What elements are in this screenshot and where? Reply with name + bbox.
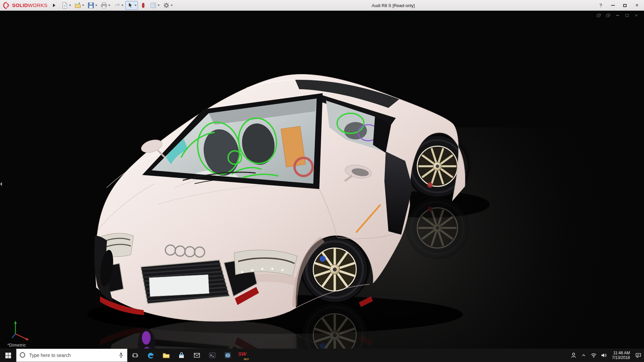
save-icon	[88, 2, 94, 9]
options-button[interactable]	[162, 1, 174, 10]
doc-new-window-button[interactable]	[596, 13, 602, 18]
desktop: SOLIDWORKS	[0, 0, 644, 362]
store-button[interactable]	[174, 349, 189, 362]
sheet-format-icon	[150, 2, 157, 9]
tile-windows-icon	[606, 14, 610, 17]
options-gear-icon	[163, 2, 170, 9]
window-controls: ? ×	[596, 0, 642, 11]
red-capsule-icon	[140, 2, 147, 9]
dropdown-arrow-icon[interactable]	[108, 5, 110, 6]
new-document-icon	[61, 2, 68, 9]
brand-text: SOLIDWORKS	[12, 2, 48, 8]
cortana-icon	[20, 352, 25, 358]
view-orientation-label: *Dimetric	[7, 343, 26, 348]
doc-restore-icon	[626, 14, 629, 17]
clock-time: 11:46 AM	[612, 351, 630, 355]
edrawings-app-button[interactable]	[220, 349, 235, 362]
dropdown-arrow-icon[interactable]	[69, 5, 71, 6]
speaker-icon	[601, 352, 607, 358]
minimize-icon	[611, 5, 615, 6]
titlebar: SOLIDWORKS	[0, 0, 644, 11]
doc-minimize-button[interactable]	[614, 13, 621, 18]
sheet-format-button[interactable]	[149, 1, 161, 10]
minimize-button[interactable]	[608, 1, 618, 10]
terminal-icon	[209, 352, 216, 359]
store-icon	[178, 352, 185, 359]
print-button[interactable]	[99, 1, 112, 10]
people-icon	[571, 352, 577, 358]
task-view-button[interactable]	[127, 349, 143, 362]
clock-date: 7/13/2018	[612, 355, 630, 360]
dropdown-arrow-icon[interactable]	[121, 5, 123, 6]
select-arrow-icon	[127, 2, 133, 9]
doc-minimize-icon	[616, 15, 619, 16]
dropdown-arrow-icon[interactable]	[82, 5, 84, 6]
maximize-button[interactable]	[620, 1, 630, 10]
doc-close-button[interactable]: ×	[633, 13, 639, 18]
undo-button[interactable]	[112, 1, 125, 10]
volume-button[interactable]	[599, 349, 608, 362]
select-tool-button[interactable]	[125, 1, 138, 10]
dropdown-arrow-icon[interactable]	[95, 5, 97, 6]
file-explorer-button[interactable]	[158, 349, 174, 362]
microphone-icon[interactable]	[118, 352, 124, 358]
taskbar: SW 2017	[0, 349, 644, 362]
feature-tree-flyout-handle[interactable]	[0, 179, 3, 189]
close-button[interactable]: ×	[632, 1, 642, 10]
maximize-icon	[623, 4, 627, 7]
cube-app-icon	[224, 352, 231, 359]
mail-button[interactable]	[189, 349, 205, 362]
instant3d-toggle-button[interactable]	[139, 1, 148, 10]
open-icon	[74, 2, 81, 9]
help-button[interactable]: ?	[596, 1, 606, 10]
print-icon	[101, 2, 107, 9]
people-button[interactable]	[569, 349, 578, 362]
file-explorer-icon	[162, 352, 170, 359]
wifi-icon	[591, 352, 597, 358]
taskbar-search	[16, 349, 127, 362]
orientation-triad	[9, 319, 33, 343]
mail-icon	[193, 352, 201, 359]
main-toolbar	[60, 1, 174, 10]
new-document-button[interactable]	[60, 1, 72, 10]
dropdown-arrow-icon[interactable]	[158, 5, 160, 6]
window-title: Audi R8 S [Read-only]	[372, 0, 415, 11]
action-center-icon	[635, 352, 641, 358]
terminal-app-button[interactable]	[205, 349, 220, 362]
save-button[interactable]	[86, 1, 99, 10]
doc-tile-button[interactable]	[605, 13, 611, 18]
document-window-controls: ×	[596, 13, 639, 18]
system-tray: 11:46 AM 7/13/2018	[569, 349, 644, 362]
solidworks-app-icon: SW 2017	[238, 351, 248, 360]
solidworks-logo: SOLIDWORKS	[0, 2, 51, 9]
viewport-canvas[interactable]: × *Dimetric	[0, 11, 644, 349]
start-button[interactable]	[0, 349, 16, 362]
dropdown-arrow-icon[interactable]	[171, 5, 173, 6]
hidden-icons-button[interactable]	[579, 349, 588, 362]
windows-logo-icon	[5, 353, 11, 358]
dropdown-arrow-icon[interactable]	[135, 5, 137, 6]
solidworks-app-button[interactable]: SW 2017	[235, 349, 251, 362]
open-button[interactable]	[73, 1, 86, 10]
chevron-right-icon	[0, 182, 2, 186]
edge-button[interactable]	[143, 349, 158, 362]
undo-icon	[114, 2, 120, 9]
task-view-icon	[131, 352, 139, 359]
edge-icon	[147, 351, 155, 359]
network-button[interactable]	[589, 349, 598, 362]
action-center-button[interactable]	[634, 349, 643, 362]
chevron-up-icon	[581, 353, 586, 358]
solidworks-swoosh-icon	[3, 2, 11, 9]
taskbar-clock[interactable]: 11:46 AM 7/13/2018	[609, 351, 633, 360]
search-input[interactable]	[16, 349, 127, 362]
car-3d-model[interactable]	[0, 11, 644, 349]
toolbar-flyout-arrow-icon[interactable]	[53, 4, 55, 7]
doc-restore-button[interactable]	[624, 13, 630, 18]
cascade-windows-icon	[597, 14, 601, 17]
